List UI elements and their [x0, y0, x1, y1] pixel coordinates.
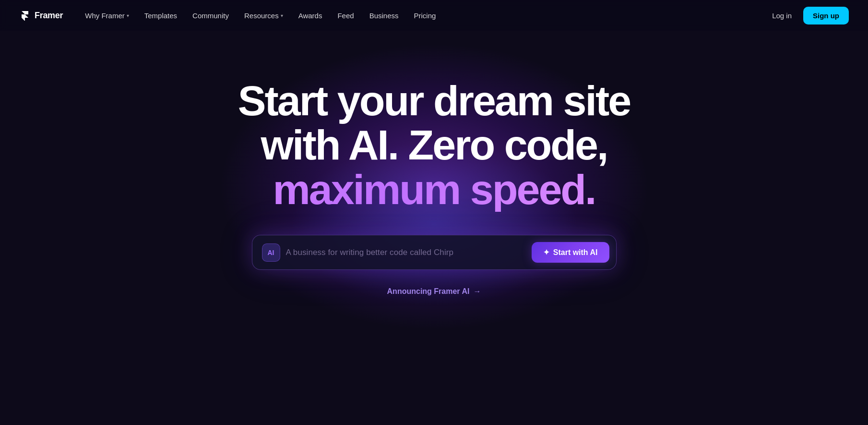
nav-item-awards[interactable]: Awards	[292, 8, 329, 24]
ai-prompt-input[interactable]	[286, 248, 526, 257]
hero-title-line1: Start your dream site	[238, 79, 630, 123]
nav-left: Framer Why Framer ▾ Templates Community	[19, 8, 442, 24]
hero-title-line3: maximum speed.	[238, 168, 630, 212]
nav-item-pricing[interactable]: Pricing	[407, 8, 443, 24]
ai-input-wrapper: AI ✦ Start with AI	[252, 235, 617, 270]
nav-link-awards[interactable]: Awards	[292, 8, 329, 24]
logo-text: Framer	[35, 11, 63, 21]
nav-links: Why Framer ▾ Templates Community Resourc…	[78, 8, 442, 24]
announcing-text: Announcing Framer AI	[387, 287, 470, 296]
announcing-framer-ai-link[interactable]: Announcing Framer AI →	[387, 287, 481, 296]
nav-item-business[interactable]: Business	[363, 8, 405, 24]
nav-right: Log in Sign up	[764, 7, 849, 24]
nav-link-pricing[interactable]: Pricing	[407, 8, 443, 24]
ai-input-bar: AI ✦ Start with AI	[252, 235, 617, 270]
nav-link-business[interactable]: Business	[363, 8, 405, 24]
hero-section: Start your dream site with AI. Zero code…	[0, 31, 868, 296]
hero-title-line2: with AI. Zero code,	[238, 123, 630, 167]
logo-link[interactable]: Framer	[19, 10, 63, 21]
nav-item-feed[interactable]: Feed	[331, 8, 360, 24]
nav-link-resources[interactable]: Resources ▾	[238, 8, 290, 24]
chevron-down-icon: ▾	[127, 13, 129, 18]
nav-link-why-framer[interactable]: Why Framer ▾	[78, 8, 136, 24]
nav-link-feed[interactable]: Feed	[331, 8, 360, 24]
sparkle-icon: ✦	[543, 248, 549, 257]
nav-item-resources[interactable]: Resources ▾	[238, 8, 290, 24]
nav-item-why-framer[interactable]: Why Framer ▾	[78, 8, 136, 24]
navbar: Framer Why Framer ▾ Templates Community	[0, 0, 868, 31]
nav-link-templates[interactable]: Templates	[138, 8, 184, 24]
framer-logo-icon	[19, 10, 31, 21]
signup-button[interactable]: Sign up	[803, 7, 849, 24]
hero-title: Start your dream site with AI. Zero code…	[238, 79, 630, 212]
arrow-icon: →	[473, 287, 481, 296]
ai-icon-badge: AI	[262, 243, 280, 262]
nav-item-templates[interactable]: Templates	[138, 8, 184, 24]
nav-link-community[interactable]: Community	[186, 8, 236, 24]
start-with-ai-button[interactable]: ✦ Start with AI	[532, 242, 609, 263]
nav-item-community[interactable]: Community	[186, 8, 236, 24]
chevron-down-icon: ▾	[281, 13, 283, 18]
login-button[interactable]: Log in	[764, 8, 799, 24]
